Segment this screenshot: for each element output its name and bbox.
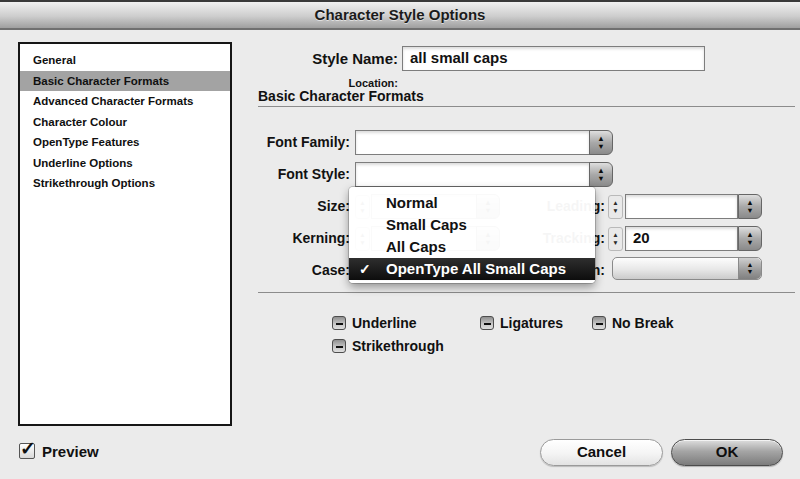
section-heading: Basic Character Formats <box>258 88 424 104</box>
checkbox-label: Underline <box>352 315 417 331</box>
sidebar-item-strikethrough-options[interactable]: Strikethrough Options <box>20 173 230 194</box>
category-list: General Basic Character Formats Advanced… <box>18 42 232 426</box>
sidebar-item-basic-character-formats[interactable]: Basic Character Formats <box>20 71 230 92</box>
mixed-checkbox-icon <box>592 316 606 330</box>
ligatures-checkbox[interactable]: Ligatures <box>480 315 563 331</box>
preview-checkbox[interactable]: ✓ Preview <box>19 441 99 460</box>
sidebar-item-advanced-character-formats[interactable]: Advanced Character Formats <box>20 91 230 112</box>
underline-checkbox[interactable]: Underline <box>332 315 417 331</box>
checkmark-icon: ✓ <box>20 437 36 460</box>
up-arrow-icon: ▲ <box>597 167 604 174</box>
down-arrow-icon: ▼ <box>746 207 753 214</box>
sidebar-item-opentype-features[interactable]: OpenType Features <box>20 132 230 153</box>
mixed-checkbox-icon <box>332 316 346 330</box>
down-arrow-icon: ▼ <box>746 239 753 246</box>
kerning-label: Kerning: <box>230 230 350 246</box>
menu-item-small-caps[interactable]: Small Caps <box>349 214 595 236</box>
character-style-options-dialog: Character Style Options General Basic Ch… <box>0 0 800 479</box>
strikethrough-checkbox[interactable]: Strikethrough <box>332 338 444 354</box>
font-style-input[interactable] <box>355 162 590 187</box>
window-titlebar[interactable]: Character Style Options <box>0 0 800 30</box>
up-arrow-icon: ▲ <box>746 231 753 238</box>
checkmark-icon: ✓ <box>359 258 371 280</box>
leading-spinner[interactable]: ▲ ▼ <box>608 195 623 219</box>
mixed-checkbox-icon <box>480 316 494 330</box>
checkbox-label: Strikethrough <box>352 338 444 354</box>
preview-label: Preview <box>42 443 99 460</box>
down-arrow-icon: ▼ <box>747 269 754 276</box>
style-name-input[interactable]: all small caps <box>402 46 705 71</box>
font-family-input[interactable] <box>355 130 590 155</box>
separator <box>258 292 795 293</box>
size-label: Size: <box>230 198 350 214</box>
mixed-checkbox-icon <box>332 339 346 353</box>
cancel-button[interactable]: Cancel <box>540 439 663 466</box>
separator <box>258 106 795 107</box>
font-style-dropdown-menu: Normal Small Caps All Caps ✓OpenType All… <box>349 187 595 283</box>
no-break-checkbox[interactable]: No Break <box>592 315 673 331</box>
position-popup-stepper: ▲ ▼ <box>738 258 761 279</box>
sidebar-item-character-colour[interactable]: Character Colour <box>20 112 230 133</box>
down-arrow-icon: ▼ <box>612 208 618 214</box>
menu-item-label: OpenType All Small Caps <box>386 260 566 277</box>
sidebar-item-underline-options[interactable]: Underline Options <box>20 153 230 174</box>
up-arrow-icon: ▲ <box>746 199 753 206</box>
case-label: Case: <box>230 262 350 278</box>
ok-button[interactable]: OK <box>671 439 783 466</box>
checked-checkbox-icon: ✓ <box>19 443 35 459</box>
tracking-stepper[interactable]: ▲ ▼ <box>738 226 762 251</box>
font-family-label: Font Family: <box>230 134 350 150</box>
font-style-stepper[interactable]: ▲ ▼ <box>589 162 613 187</box>
position-popup[interactable]: ▲ ▼ <box>612 257 762 280</box>
checkbox-label: Ligatures <box>500 315 563 331</box>
window-title: Character Style Options <box>0 2 800 28</box>
leading-stepper[interactable]: ▲ ▼ <box>738 194 762 219</box>
menu-item-all-caps[interactable]: All Caps <box>349 236 595 258</box>
checkbox-label: No Break <box>612 315 673 331</box>
tracking-spinner[interactable]: ▲ ▼ <box>608 227 623 251</box>
tracking-input[interactable]: 20 <box>625 226 738 251</box>
up-arrow-icon: ▲ <box>612 200 618 206</box>
sidebar-item-general[interactable]: General <box>20 50 230 71</box>
down-arrow-icon: ▼ <box>612 240 618 246</box>
font-family-stepper[interactable]: ▲ ▼ <box>589 130 613 155</box>
down-arrow-icon: ▼ <box>597 143 604 150</box>
menu-item-normal[interactable]: Normal <box>349 192 595 214</box>
font-style-label: Font Style: <box>230 166 350 182</box>
leading-input[interactable] <box>625 194 738 219</box>
style-name-label: Style Name: <box>258 50 398 67</box>
up-arrow-icon: ▲ <box>612 232 618 238</box>
down-arrow-icon: ▼ <box>597 175 604 182</box>
menu-item-opentype-all-small-caps[interactable]: ✓OpenType All Small Caps <box>349 258 595 280</box>
up-arrow-icon: ▲ <box>597 135 604 142</box>
